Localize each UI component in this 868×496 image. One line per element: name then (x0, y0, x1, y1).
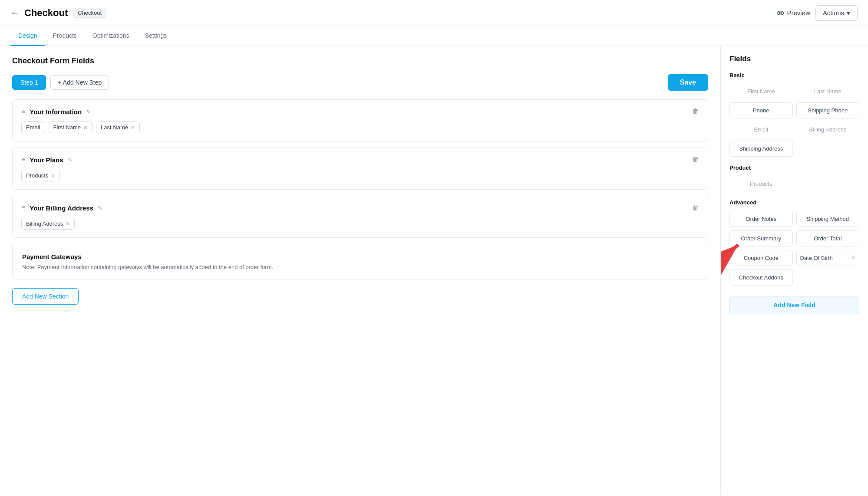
remove-last-name[interactable]: ✕ (131, 125, 135, 131)
drag-handle-icon-billing: ≡ (21, 204, 25, 212)
right-panel: Fields Basic First Name Last Name Phone … (720, 46, 868, 495)
section-name-your-information: Your Information (30, 108, 82, 115)
add-step-button[interactable]: + Add New Step (50, 75, 109, 90)
eye-icon (776, 9, 784, 17)
field-tag-first-name-label: First Name (53, 124, 81, 131)
delete-icon-your-information[interactable]: 🗑 (692, 108, 699, 115)
field-tag-products-label: Products (26, 172, 48, 179)
section-your-plans: ≡ Your Plans ✎ 🗑 Products ✕ (12, 148, 708, 190)
field-btn-shipping-method[interactable]: Shipping Method (796, 211, 860, 227)
edit-icon-your-plans[interactable]: ✎ (68, 157, 73, 163)
section-your-information: ≡ Your Information ✎ 🗑 Email First Name … (12, 99, 708, 141)
chevron-down-icon: ▾ (847, 9, 850, 17)
payment-note: Note: Payment Information containing gat… (22, 264, 698, 270)
field-tag-last-name: Last Name ✕ (96, 122, 140, 133)
step-1-tab[interactable]: Step 1 (12, 75, 46, 90)
field-btn-shipping-phone[interactable]: Shipping Phone (796, 102, 860, 118)
back-button[interactable]: ← (10, 8, 19, 18)
tab-products[interactable]: Products (45, 26, 85, 46)
section-header-your-plans: ≡ Your Plans ✎ 🗑 (21, 156, 699, 164)
field-tag-first-name: First Name ✕ (49, 122, 93, 133)
field-btn-first-name[interactable]: First Name (729, 84, 793, 99)
add-section-button[interactable]: Add New Section (12, 288, 79, 305)
add-field-button[interactable]: Add New Field (729, 296, 859, 314)
step-row: Step 1 + Add New Step Save (12, 74, 708, 91)
date-of-birth-label: Date Of Birth (800, 255, 833, 261)
category-advanced: Advanced (729, 199, 859, 206)
drag-handle-icon-plans: ≡ (21, 156, 25, 164)
field-btn-phone[interactable]: Phone (729, 102, 793, 118)
advanced-fields-grid: Order Notes Shipping Method Order Summar… (729, 211, 859, 286)
drag-handle-icon: ≡ (21, 108, 25, 115)
field-btn-coupon-code[interactable]: Coupon Code (729, 250, 793, 266)
fields-panel-title: Fields (729, 55, 859, 63)
header-left: ← Checkout Checkout (10, 7, 106, 19)
tab-design[interactable]: Design (10, 26, 45, 46)
field-tags-billing: Billing Address ✕ (21, 218, 699, 230)
actions-button[interactable]: Actions ▾ (815, 5, 858, 21)
field-tag-billing-address: Billing Address ✕ (21, 218, 75, 230)
step-row-left: Step 1 + Add New Step (12, 75, 109, 90)
field-btn-date-of-birth[interactable]: Date Of Birth ✕ (796, 250, 860, 266)
main-content: Checkout Form Fields Step 1 + Add New St… (0, 46, 868, 495)
field-btn-checkout-addons[interactable]: Checkout Addons (729, 269, 793, 286)
save-button[interactable]: Save (668, 74, 708, 91)
section-name-billing: Your Billing Address (30, 204, 93, 212)
remove-products[interactable]: ✕ (51, 173, 55, 179)
actions-label: Actions (823, 9, 844, 16)
field-btn-shipping-address[interactable]: Shipping Address (729, 141, 793, 157)
field-btn-products[interactable]: Products (729, 176, 793, 191)
edit-icon-your-information[interactable]: ✎ (86, 108, 91, 115)
field-tag-email-label: Email (26, 124, 40, 131)
payment-gateways-section: Payment Gateways Note: Payment Informati… (12, 244, 708, 279)
section-name-your-plans: Your Plans (30, 156, 63, 164)
section-your-billing-address: ≡ Your Billing Address ✎ 🗑 Billing Addre… (12, 196, 708, 238)
basic-fields-grid: First Name Last Name Phone Shipping Phon… (729, 84, 859, 157)
svg-point-1 (779, 12, 782, 14)
remove-first-name[interactable]: ✕ (83, 125, 88, 131)
remove-date-of-birth[interactable]: ✕ (851, 255, 855, 261)
header-right: Preview Actions ▾ (776, 5, 858, 21)
section-header-left: ≡ Your Information ✎ (21, 108, 91, 115)
svg-point-0 (777, 11, 784, 15)
section-header-left-plans: ≡ Your Plans ✎ (21, 156, 73, 164)
field-tag-email: Email (21, 122, 45, 133)
page-title: Checkout (24, 7, 68, 19)
section-header-billing: ≡ Your Billing Address ✎ 🗑 (21, 204, 699, 212)
category-product: Product (729, 164, 859, 171)
tab-settings[interactable]: Settings (137, 26, 175, 46)
field-tag-products: Products ✕ (21, 170, 60, 181)
field-tag-last-name-label: Last Name (101, 124, 128, 131)
left-panel: Checkout Form Fields Step 1 + Add New St… (0, 46, 720, 495)
preview-label: Preview (787, 9, 810, 16)
field-btn-order-notes[interactable]: Order Notes (729, 211, 793, 227)
section-header-left-billing: ≡ Your Billing Address ✎ (21, 204, 102, 212)
delete-icon-your-plans[interactable]: 🗑 (692, 156, 699, 164)
preview-button[interactable]: Preview (776, 9, 810, 17)
field-btn-order-total[interactable]: Order Total (796, 230, 860, 246)
delete-icon-billing[interactable]: 🗑 (692, 204, 699, 212)
edit-icon-billing[interactable]: ✎ (98, 205, 102, 211)
tab-optimizations[interactable]: Optimizations (85, 26, 137, 46)
breadcrumb-badge: Checkout (73, 8, 106, 18)
field-tags-your-information: Email First Name ✕ Last Name ✕ (21, 122, 699, 133)
field-btn-email[interactable]: Email (729, 122, 793, 137)
product-fields-grid: Products (729, 176, 859, 191)
header: ← Checkout Checkout Preview Actions ▾ (0, 0, 868, 26)
section-header-your-information: ≡ Your Information ✎ 🗑 (21, 108, 699, 115)
field-tag-billing-address-label: Billing Address (26, 220, 63, 227)
field-tags-your-plans: Products ✕ (21, 170, 699, 181)
remove-billing-address[interactable]: ✕ (66, 221, 70, 227)
section-title: Checkout Form Fields (12, 56, 708, 66)
tab-bar: Design Products Optimizations Settings (0, 26, 868, 46)
category-basic: Basic (729, 72, 859, 79)
field-btn-billing-address[interactable]: Billing Address (796, 122, 860, 137)
field-btn-order-summary[interactable]: Order Summary (729, 230, 793, 246)
field-btn-last-name[interactable]: Last Name (796, 84, 860, 99)
payment-title: Payment Gateways (22, 253, 698, 260)
